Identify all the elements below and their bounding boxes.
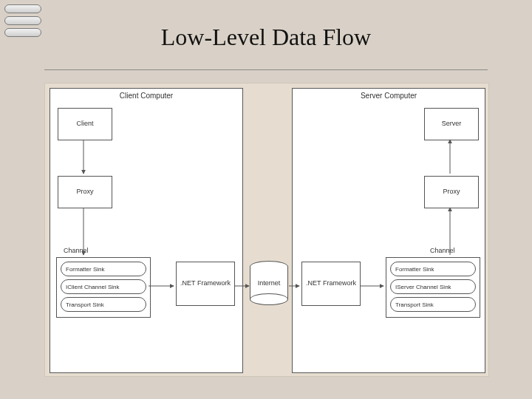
server-computer-panel: Server Computer Server Proxy Channel For… [292, 88, 485, 373]
page-title: Low-Level Data Flow [0, 24, 532, 51]
server-sink-channel: IServer Channel Sink [390, 279, 476, 294]
client-sink-transport: Transport Sink [61, 297, 146, 312]
slide: Low-Level Data Flow Client Computer Clie… [0, 0, 532, 399]
netfx-left-box: .NET Framework [176, 262, 235, 306]
client-computer-header: Client Computer [50, 92, 242, 100]
diagram-canvas: Client Computer Client Proxy Channel For… [44, 83, 489, 377]
client-computer-panel: Client Computer Client Proxy Channel For… [50, 88, 243, 373]
server-channel-label: Channel [430, 247, 455, 254]
title-rule [44, 69, 488, 70]
server-sink-formatter: Formatter Sink [390, 262, 476, 276]
server-computer-header: Server Computer [293, 92, 485, 100]
client-proxy-box: Proxy [58, 176, 112, 208]
client-sink-channel: IClient Channel Sink [61, 279, 146, 294]
internet-cylinder: Internet [250, 261, 288, 305]
client-box: Client [58, 108, 112, 140]
server-sink-transport: Transport Sink [390, 297, 476, 312]
client-channel-label: Channel [64, 247, 89, 254]
server-box: Server [424, 108, 479, 140]
client-sink-formatter: Formatter Sink [61, 262, 146, 276]
ring-icon [4, 4, 41, 13]
server-proxy-box: Proxy [424, 176, 479, 208]
netfx-right-box: .NET Framework [301, 262, 361, 306]
